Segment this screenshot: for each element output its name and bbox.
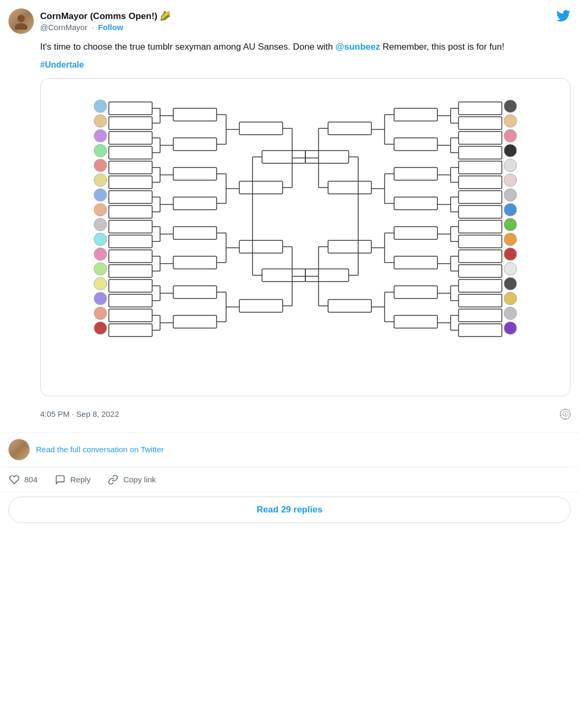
svg-rect-119 (305, 269, 349, 282)
avatar-silhouette (13, 13, 30, 30)
svg-rect-124 (459, 117, 502, 129)
username: @CornMayor (40, 23, 87, 32)
svg-rect-47 (109, 176, 152, 189)
username-row: @CornMayor · Follow (40, 23, 171, 32)
svg-rect-196 (328, 181, 371, 194)
link-icon (107, 474, 119, 486)
svg-rect-94 (173, 227, 217, 239)
svg-point-31 (504, 292, 517, 305)
name-emoji: 🌽 (160, 11, 171, 22)
svg-rect-107 (239, 181, 283, 194)
read-conversation-link[interactable]: Read the full conversation on Twitter (36, 445, 164, 454)
svg-point-15 (94, 292, 107, 305)
svg-point-24 (504, 189, 517, 201)
copy-link-button[interactable]: Copy link (107, 474, 156, 486)
hashtag-section: #Undertale (40, 60, 571, 70)
svg-point-8 (94, 189, 107, 201)
timestamp-row: 4:05 PM · Sep 8, 2022 ⓘ (40, 403, 571, 426)
svg-point-10 (94, 218, 107, 231)
svg-rect-183 (394, 227, 437, 239)
hashtag-link[interactable]: #Undertale (40, 60, 84, 69)
svg-rect-195 (328, 122, 371, 135)
svg-point-17 (94, 322, 107, 334)
svg-point-28 (504, 248, 517, 260)
svg-rect-142 (459, 206, 502, 218)
svg-rect-89 (173, 197, 217, 210)
like-count: 804 (24, 475, 38, 484)
reply-icon (54, 474, 66, 486)
svg-point-33 (504, 322, 517, 334)
timestamp: 4:05 PM · Sep 8, 2022 (40, 409, 119, 418)
svg-rect-165 (459, 309, 502, 322)
svg-rect-88 (173, 167, 217, 180)
tweet-body: It's time to choose the true tumblr sexy… (40, 40, 571, 426)
svg-rect-160 (459, 294, 502, 307)
svg-rect-178 (394, 197, 437, 210)
reply-label: Reply (70, 475, 90, 484)
bracket-wrapper (51, 89, 559, 385)
svg-point-1 (15, 23, 27, 30)
svg-rect-83 (173, 138, 217, 151)
svg-rect-135 (459, 161, 502, 174)
svg-point-23 (504, 174, 517, 186)
svg-rect-65 (109, 265, 152, 277)
read-replies-button[interactable]: Read 29 replies (8, 497, 571, 523)
svg-point-25 (504, 203, 517, 216)
tweet-text-part2: Remember, this post is for fun! (380, 42, 504, 52)
svg-point-9 (94, 203, 107, 216)
svg-rect-208 (262, 269, 305, 282)
svg-rect-64 (109, 250, 152, 263)
avatar[interactable] (8, 8, 34, 34)
svg-rect-171 (394, 108, 437, 121)
tweet-header: CornMayor (Comms Open!) 🌽 @CornMayor · F… (8, 8, 571, 34)
twitter-logo (556, 8, 571, 25)
svg-rect-147 (459, 220, 502, 233)
svg-rect-76 (109, 309, 152, 322)
svg-point-29 (504, 263, 517, 275)
svg-point-2 (94, 100, 107, 113)
svg-point-16 (94, 307, 107, 320)
svg-point-6 (94, 159, 107, 172)
svg-point-7 (94, 174, 107, 186)
tweet-container: CornMayor (Comms Open!) 🌽 @CornMayor · F… (0, 0, 579, 492)
info-icon[interactable]: ⓘ (560, 409, 571, 419)
info-symbol: ⓘ (563, 410, 568, 418)
like-button[interactable]: 804 (8, 474, 38, 486)
svg-point-0 (17, 15, 25, 22)
svg-point-20 (504, 129, 517, 142)
svg-rect-129 (459, 132, 502, 144)
svg-rect-52 (109, 191, 152, 203)
svg-rect-123 (459, 102, 502, 115)
svg-point-19 (504, 115, 517, 127)
mention-link[interactable]: @sunbeez (335, 42, 380, 52)
svg-rect-154 (459, 265, 502, 277)
conversation-row: Read the full conversation on Twitter (8, 433, 571, 466)
user-info: CornMayor (Comms Open!) 🌽 @CornMayor · F… (40, 11, 171, 32)
svg-rect-95 (173, 256, 217, 269)
bracket-card (40, 78, 571, 396)
svg-point-21 (504, 144, 517, 157)
svg-point-4 (94, 129, 107, 142)
svg-rect-166 (459, 324, 502, 337)
svg-rect-35 (109, 117, 152, 129)
svg-point-5 (94, 144, 107, 157)
svg-rect-201 (328, 240, 371, 253)
svg-rect-58 (109, 220, 152, 233)
svg-point-18 (504, 100, 517, 113)
svg-rect-71 (109, 294, 152, 307)
svg-rect-118 (305, 151, 349, 163)
svg-point-11 (94, 233, 107, 246)
separator-dot: · (91, 23, 94, 32)
follow-button[interactable]: Follow (98, 23, 124, 32)
copy-link-label: Copy link (123, 475, 156, 484)
svg-rect-159 (459, 279, 502, 292)
svg-rect-101 (173, 315, 217, 328)
svg-rect-136 (459, 176, 502, 189)
svg-rect-41 (109, 146, 152, 159)
small-avatar (8, 439, 30, 460)
svg-rect-77 (109, 324, 152, 337)
svg-point-14 (94, 277, 107, 290)
tweet-text: It's time to choose the true tumblr sexy… (40, 40, 571, 54)
display-name: CornMayor (Comms Open!) 🌽 (40, 11, 171, 22)
reply-button[interactable]: Reply (54, 474, 90, 486)
